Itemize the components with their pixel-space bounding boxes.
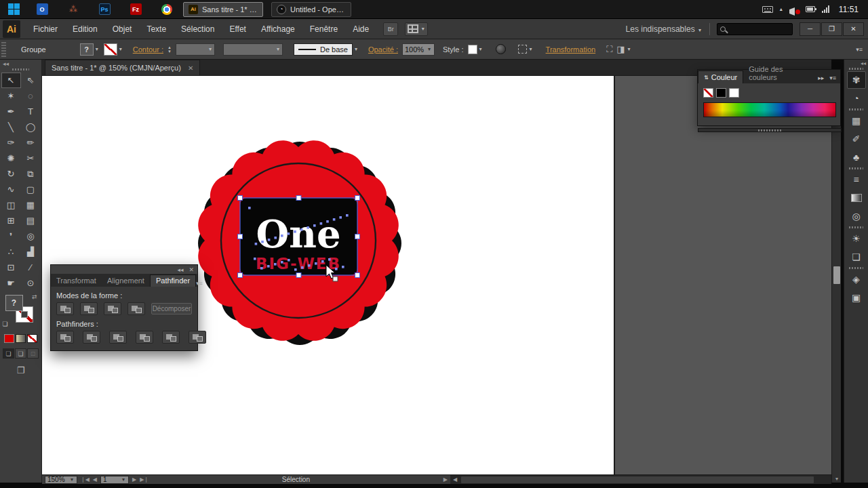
- symbols-icon[interactable]: ♣: [847, 148, 866, 166]
- blend-tool[interactable]: ◎: [21, 228, 41, 244]
- zoom-tool[interactable]: ⊙: [21, 275, 41, 291]
- first-artboard-button[interactable]: ❘◀: [81, 476, 90, 483]
- document-tab[interactable]: Sans titre - 1* @ 150% (CMJN/Aperçu) ✕: [45, 60, 200, 75]
- taskbar-window-obs[interactable]: ◔ Untitled - Open Broa...: [271, 2, 351, 17]
- type-tool[interactable]: T: [21, 104, 41, 119]
- default-fill-stroke-icon[interactable]: ❏: [3, 321, 8, 327]
- dock-drag-handle[interactable]: [849, 267, 863, 269]
- pencil-tool[interactable]: ✏: [21, 135, 41, 150]
- restore-button[interactable]: ❐: [821, 22, 842, 36]
- none-button[interactable]: [27, 334, 37, 343]
- bridge-button[interactable]: Br: [383, 22, 398, 36]
- dock-drag-handle[interactable]: [849, 108, 863, 110]
- direct-selection-tool[interactable]: ⇖: [21, 73, 41, 88]
- brush-definition-control[interactable]: De base ▾: [294, 43, 359, 56]
- tray-chevron-up-icon[interactable]: ▴: [780, 6, 783, 12]
- fill-indicator-unknown[interactable]: ?: [5, 295, 23, 311]
- outline-button[interactable]: [162, 331, 180, 344]
- stroke-icon[interactable]: ≡: [847, 171, 866, 188]
- preferences-control[interactable]: ▾: [518, 45, 534, 54]
- paintbrush-tool[interactable]: ✑: [1, 135, 21, 150]
- unknown-app-icon[interactable]: ⁂: [65, 1, 81, 18]
- volume-muted-icon[interactable]: [789, 5, 799, 14]
- eyedropper-tool[interactable]: ❜: [1, 228, 21, 244]
- align-control[interactable]: ◨▾: [616, 44, 631, 54]
- document-close-icon[interactable]: ✕: [188, 64, 193, 72]
- tools-drag-handle[interactable]: [12, 68, 29, 70]
- intersect-button[interactable]: [104, 302, 121, 315]
- fill-color-control[interactable]: ? ▾: [80, 43, 100, 56]
- panel-expand-icon[interactable]: ▸▸: [818, 75, 824, 81]
- close-button[interactable]: ✕: [843, 22, 864, 36]
- lasso-tool[interactable]: ◌: [21, 88, 41, 104]
- stroke-weight-dropdown[interactable]: ▾: [176, 43, 215, 56]
- artboard-tool[interactable]: ⊡: [1, 260, 21, 275]
- scroll-left-icon[interactable]: ◀: [450, 476, 460, 483]
- zoom-level-dropdown[interactable]: 150%▾: [45, 476, 77, 484]
- swatches-icon[interactable]: ▦: [847, 112, 866, 129]
- color-guide-icon[interactable]: ◔: [847, 89, 866, 107]
- magic-wand-tool[interactable]: ✶: [1, 88, 21, 104]
- blob-brush-tool[interactable]: ✺: [1, 150, 21, 166]
- control-bar-grip[interactable]: [1, 42, 6, 57]
- gradient-tool[interactable]: ▤: [21, 213, 41, 228]
- arrange-documents-button[interactable]: ▾: [405, 22, 428, 36]
- style-swatch-control[interactable]: ▾: [468, 45, 484, 54]
- bounding-box-icon[interactable]: ⛶: [606, 44, 612, 55]
- pathfinder-panel-menu-icon[interactable]: ▾≡: [196, 280, 206, 287]
- vertical-scrollbar-thumb[interactable]: [833, 266, 840, 284]
- unite-button[interactable]: [56, 302, 74, 315]
- free-transform-tool[interactable]: ▢: [21, 182, 41, 197]
- search-input[interactable]: [717, 23, 793, 35]
- menu-fichier[interactable]: Fichier: [26, 24, 65, 34]
- dock-drag-handle[interactable]: [849, 226, 863, 228]
- tab-pathfinder[interactable]: Pathfinder: [150, 274, 196, 287]
- badge-artwork[interactable]: OneBIG-WEB: [183, 125, 414, 356]
- menu-objet[interactable]: Objet: [105, 24, 140, 34]
- chrome-icon[interactable]: [159, 1, 175, 18]
- layers-icon[interactable]: ◈: [847, 270, 866, 288]
- mesh-tool[interactable]: ⊞: [1, 213, 21, 228]
- draw-normal-button[interactable]: ❏: [3, 348, 14, 359]
- stroke-color-control[interactable]: ▾: [104, 43, 123, 56]
- screen-mode-button[interactable]: ❐: [14, 365, 28, 375]
- filezilla-icon[interactable]: Fz: [127, 1, 144, 18]
- opacity-dropdown[interactable]: 100%▾: [402, 43, 435, 56]
- minus-back-button[interactable]: [189, 331, 206, 344]
- symbol-sprayer-tool[interactable]: ∴: [1, 244, 21, 260]
- brushes-icon[interactable]: ✐: [847, 130, 866, 148]
- panel-collapse-icon[interactable]: ◂◂: [177, 266, 183, 273]
- battery-icon[interactable]: [806, 6, 815, 12]
- menu-texte[interactable]: Texte: [139, 24, 174, 34]
- swap-fill-stroke-icon[interactable]: ⇄: [32, 293, 37, 300]
- menu-affichage[interactable]: Affichage: [254, 24, 302, 34]
- column-graph-tool[interactable]: ▟: [21, 244, 41, 260]
- slice-tool[interactable]: ∕: [21, 260, 41, 275]
- minimize-button[interactable]: ─: [800, 22, 821, 36]
- menu-fenetre[interactable]: Fenêtre: [302, 24, 345, 34]
- tab-alignement[interactable]: Alignement: [102, 275, 150, 287]
- pasteboard[interactable]: [614, 76, 831, 474]
- transform-link[interactable]: Transformation: [546, 45, 596, 54]
- next-artboard-button[interactable]: ▶: [132, 476, 136, 483]
- decompose-button[interactable]: Décomposer: [151, 303, 192, 314]
- minus-front-button[interactable]: [80, 302, 98, 315]
- draw-behind-button[interactable]: ❏: [15, 348, 26, 359]
- control-panel-menu-icon[interactable]: ▾≡: [856, 46, 863, 53]
- scissors-tool[interactable]: ✂: [21, 150, 41, 166]
- color-button[interactable]: [4, 334, 14, 343]
- menu-aide[interactable]: Aide: [345, 24, 376, 34]
- taskbar-window-illustrator[interactable]: Ai Sans titre - 1* @ 150...: [183, 2, 263, 17]
- color-panel-menu-icon[interactable]: ▾≡: [829, 75, 836, 81]
- divide-button[interactable]: [56, 331, 74, 344]
- scale-tool[interactable]: ⧉: [21, 166, 41, 182]
- last-artboard-button[interactable]: ▶❘: [140, 476, 149, 483]
- menu-selection[interactable]: Sélection: [174, 24, 222, 34]
- hand-tool[interactable]: ☛: [1, 275, 21, 291]
- swatch-white[interactable]: [729, 88, 739, 98]
- pen-tool[interactable]: ✒: [1, 104, 21, 119]
- panel-resize-handle[interactable]: [698, 128, 842, 132]
- fill-stroke-indicator[interactable]: ? ⇄ ❏: [5, 295, 37, 329]
- gradient-button[interactable]: [16, 334, 26, 343]
- panel-close-icon[interactable]: ✕: [189, 266, 194, 273]
